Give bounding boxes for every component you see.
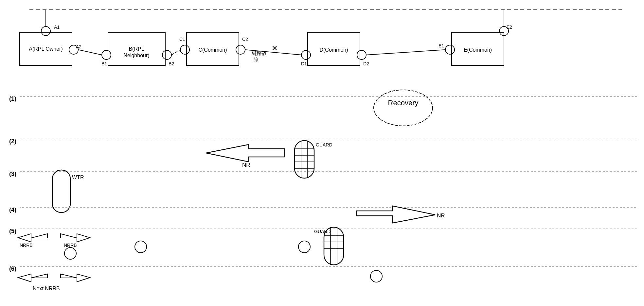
- svg-point-59: [64, 247, 76, 259]
- svg-text:✕: ✕: [272, 44, 277, 52]
- svg-point-28: [357, 50, 366, 60]
- svg-text:C(Common): C(Common): [198, 47, 227, 53]
- svg-marker-57: [18, 234, 47, 242]
- row-5-label: (5): [9, 228, 16, 234]
- svg-text:D1: D1: [301, 61, 307, 66]
- svg-text:C1: C1: [179, 37, 185, 42]
- svg-point-17: [180, 45, 189, 54]
- svg-point-34: [445, 45, 455, 54]
- svg-text:C2: C2: [242, 37, 248, 42]
- svg-line-38: [366, 50, 445, 55]
- svg-text:E(Common): E(Common): [464, 47, 492, 53]
- nr-bottom-label: NR: [437, 212, 445, 219]
- nrrb-right-label: NRRB: [64, 243, 77, 248]
- svg-marker-44: [206, 144, 285, 162]
- guard-top-label: GUARD: [316, 142, 332, 147]
- svg-text:A2: A2: [76, 44, 81, 49]
- next-nrrb-label: Next NRRB: [33, 286, 60, 291]
- svg-rect-45: [295, 141, 314, 178]
- svg-point-60: [135, 241, 147, 253]
- svg-point-26: [301, 50, 311, 60]
- svg-text:A(RPL Owner): A(RPL Owner): [29, 46, 63, 52]
- svg-point-3: [41, 26, 50, 36]
- wtr-label: WTR: [72, 175, 84, 180]
- guard-bottom-label: GUARD: [314, 229, 331, 234]
- diagram-svg: A(RPL Owner) A1 A2 B(RPL Neighbour) B1 B…: [0, 0, 644, 306]
- svg-line-21: [171, 50, 180, 55]
- nr-top-label: NR: [242, 162, 250, 168]
- svg-text:障: 障: [254, 57, 259, 62]
- svg-marker-55: [357, 206, 435, 223]
- row-2-label: (2): [9, 138, 16, 144]
- svg-line-14: [78, 50, 102, 55]
- main-container: A(RPL Owner) A1 A2 B(RPL Neighbour) B1 B…: [0, 0, 644, 306]
- svg-text:D(Common): D(Common): [319, 47, 348, 53]
- nrrb-left-label: NRRB: [20, 243, 33, 248]
- svg-text:E1: E1: [438, 43, 444, 48]
- svg-point-10: [102, 50, 111, 60]
- svg-point-12: [162, 50, 171, 60]
- svg-text:B(RPL: B(RPL: [129, 46, 144, 52]
- svg-point-41: [374, 90, 433, 126]
- row-1-label: (1): [9, 95, 16, 102]
- svg-point-72: [370, 270, 382, 282]
- svg-marker-71: [61, 274, 90, 282]
- svg-point-19: [236, 45, 245, 54]
- svg-text:B2: B2: [169, 61, 174, 66]
- svg-rect-53: [52, 170, 70, 212]
- svg-text:A1: A1: [54, 25, 60, 30]
- svg-text:D2: D2: [363, 61, 369, 66]
- svg-text:B1: B1: [101, 61, 107, 66]
- row-4-label: (4): [9, 207, 16, 213]
- recovery-label: Recovery: [388, 99, 419, 107]
- svg-point-61: [298, 241, 310, 253]
- row-6-label: (6): [9, 265, 16, 272]
- row-3-label: (3): [9, 171, 16, 177]
- svg-marker-70: [18, 274, 47, 282]
- svg-text:Neighbour): Neighbour): [123, 53, 149, 58]
- svg-marker-58: [61, 234, 90, 242]
- svg-text:E2: E2: [507, 25, 512, 30]
